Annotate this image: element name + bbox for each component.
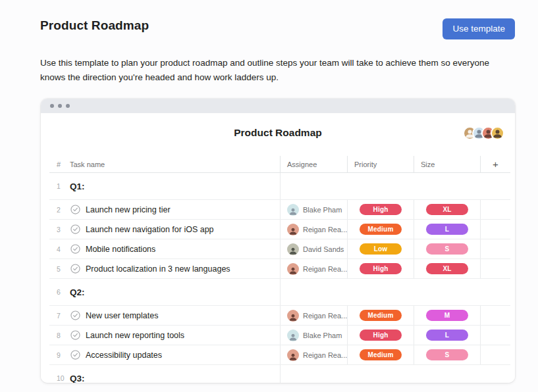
size-cell[interactable]: S <box>414 345 480 364</box>
section-row[interactable]: 6 Q2: <box>49 279 510 306</box>
assignee-avatar <box>287 224 299 235</box>
row-number: 10 <box>57 374 65 382</box>
row-number: 2 <box>57 206 65 214</box>
person-icon <box>288 266 298 275</box>
size-cell[interactable]: L <box>414 220 480 239</box>
task-complete-checkbox[interactable] <box>70 264 80 274</box>
assignee-avatar <box>287 243 299 255</box>
priority-cell[interactable]: High <box>347 326 414 345</box>
task-complete-checkbox[interactable] <box>70 310 80 320</box>
size-pill[interactable]: L <box>426 330 468 341</box>
person-icon <box>288 312 298 322</box>
extra-cell <box>480 345 510 364</box>
section-title[interactable]: Q3: <box>70 374 85 383</box>
size-pill[interactable]: S <box>426 243 468 255</box>
assignee-cell[interactable]: Reigan Rea... <box>280 220 347 239</box>
task-complete-checkbox[interactable] <box>70 350 80 360</box>
window-body: Product Roadmap # Task name <box>41 113 515 383</box>
priority-cell[interactable]: Low <box>347 239 414 258</box>
assignee-cell[interactable]: Reigan Rea... <box>280 306 347 325</box>
task-name[interactable]: Launch new navigation for iOS app <box>86 225 214 234</box>
app-window-preview: Product Roadmap # Task name <box>41 99 515 383</box>
task-complete-checkbox[interactable] <box>70 205 80 214</box>
assignee-cell[interactable]: Reigan Rea... <box>280 345 347 364</box>
row-number: 5 <box>57 265 65 273</box>
project-title: Product Roadmap <box>41 113 515 139</box>
table-row[interactable]: 4 Mobile notifications David Sands Low S <box>49 239 510 259</box>
priority-cell[interactable]: Medium <box>347 220 414 239</box>
size-pill[interactable]: XL <box>426 263 468 274</box>
priority-cell[interactable]: High <box>347 259 414 278</box>
row-number: 9 <box>57 351 65 359</box>
section-row-spacer <box>280 279 510 305</box>
extra-cell <box>480 200 510 219</box>
extra-cell <box>480 239 510 258</box>
table-row[interactable]: 5 Product localization in 3 new language… <box>49 259 510 279</box>
row-number: 7 <box>57 312 65 320</box>
row-number: 3 <box>57 226 65 233</box>
section-title[interactable]: Q2: <box>70 287 85 297</box>
size-pill[interactable]: XL <box>426 204 468 215</box>
table-row[interactable]: 2 Launch new pricing tier Blake Pham Hig… <box>49 200 510 220</box>
size-pill[interactable]: M <box>426 310 468 321</box>
row-number: 1 <box>57 182 65 190</box>
task-name[interactable]: Mobile notifications <box>86 245 155 254</box>
task-name[interactable]: Accessibility updates <box>86 351 162 360</box>
task-name[interactable]: Product localization in 3 new languages <box>86 264 230 274</box>
task-name[interactable]: Launch new reporting tools <box>86 331 184 340</box>
table-row[interactable]: 8 Launch new reporting tools Blake Pham … <box>49 326 510 345</box>
size-cell[interactable]: L <box>414 326 480 345</box>
task-name[interactable]: Launch new pricing tier <box>86 205 171 214</box>
assignee-cell[interactable]: Reigan Rea... <box>280 259 347 278</box>
size-pill[interactable]: S <box>426 349 468 360</box>
use-template-button[interactable]: Use template <box>443 18 515 39</box>
priority-pill[interactable]: High <box>360 263 402 274</box>
priority-pill[interactable]: Low <box>360 243 402 255</box>
size-cell[interactable]: S <box>414 239 480 258</box>
table-row[interactable]: 9 Accessibility updates Reigan Rea... Me… <box>49 345 510 365</box>
member-avatar[interactable] <box>491 126 504 140</box>
section-title[interactable]: Q1: <box>70 182 85 191</box>
priority-pill[interactable]: Medium <box>360 349 402 360</box>
table-row[interactable]: 3 Launch new navigation for iOS app Reig… <box>49 220 510 239</box>
person-icon <box>288 352 298 361</box>
extra-cell <box>480 220 510 239</box>
section-row[interactable]: 10 Q3: <box>49 365 510 383</box>
priority-cell[interactable]: Medium <box>347 345 414 364</box>
assignee-cell[interactable]: Blake Pham <box>280 200 347 219</box>
window-dot-icon <box>58 104 62 108</box>
assignee-cell[interactable]: David Sands <box>280 239 347 258</box>
page-title: Product Roadmap <box>40 18 149 33</box>
assignee-avatar <box>287 330 299 341</box>
window-dot-icon <box>50 104 54 108</box>
section-row-spacer <box>280 173 510 199</box>
task-complete-checkbox[interactable] <box>70 224 80 234</box>
assignee-avatar <box>287 204 299 216</box>
priority-pill[interactable]: Medium <box>360 310 402 321</box>
priority-pill[interactable]: Medium <box>360 224 402 235</box>
priority-cell[interactable]: High <box>347 200 414 219</box>
assignee-cell[interactable]: Blake Pham <box>280 326 347 345</box>
assignee-name: Reigan Rea... <box>303 351 347 359</box>
page-header: Product Roadmap Use template <box>40 18 515 39</box>
task-complete-checkbox[interactable] <box>70 244 80 254</box>
priority-cell[interactable]: Medium <box>347 306 414 325</box>
task-complete-checkbox[interactable] <box>70 330 80 340</box>
member-avatar-stack[interactable] <box>463 126 504 140</box>
priority-pill[interactable]: High <box>360 330 402 341</box>
section-row-spacer <box>280 365 510 383</box>
assignee-avatar <box>287 349 299 361</box>
task-name[interactable]: New user templates <box>86 311 158 320</box>
section-row[interactable]: 1 Q1: <box>49 173 510 200</box>
assignee-name: Reigan Rea... <box>303 226 347 233</box>
size-pill[interactable]: L <box>426 224 468 235</box>
assignee-name: Blake Pham <box>303 206 342 214</box>
size-cell[interactable]: XL <box>414 259 480 278</box>
add-column-button[interactable]: + <box>480 156 510 172</box>
table-header-row: # Task name Assignee Priority Size + <box>49 156 510 173</box>
extra-cell <box>480 306 510 325</box>
size-cell[interactable]: XL <box>414 200 480 219</box>
size-cell[interactable]: M <box>414 306 480 325</box>
table-row[interactable]: 7 New user templates Reigan Rea... Mediu… <box>49 306 510 326</box>
priority-pill[interactable]: High <box>360 204 402 215</box>
